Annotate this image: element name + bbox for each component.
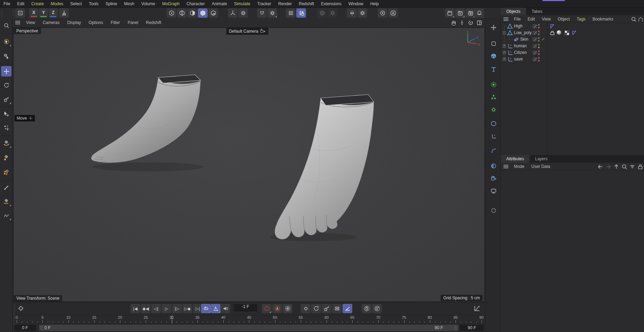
toolbar-grip[interactable] bbox=[13, 9, 15, 17]
move-tool-button[interactable] bbox=[488, 22, 499, 33]
viewport-menu-options[interactable]: Options bbox=[85, 20, 107, 25]
tag-checker-icon[interactable] bbox=[564, 30, 570, 36]
keyframe-settings-button[interactable] bbox=[283, 304, 292, 313]
autokey-button[interactable] bbox=[272, 304, 282, 313]
editor-visibility-dot[interactable] bbox=[538, 37, 540, 39]
menu-item-spline[interactable]: Spline bbox=[102, 0, 120, 8]
frame-object-button[interactable] bbox=[488, 38, 499, 49]
quantize-button[interactable] bbox=[286, 8, 296, 18]
editor-visibility-dot[interactable] bbox=[538, 31, 540, 32]
key-scale-button[interactable] bbox=[322, 304, 331, 313]
back-arrow-icon[interactable] bbox=[597, 164, 603, 170]
key-icon[interactable] bbox=[17, 305, 24, 312]
axis-tool-button[interactable] bbox=[228, 8, 238, 18]
render-visibility-dot[interactable] bbox=[538, 60, 540, 62]
snap-tool-button[interactable] bbox=[257, 8, 267, 18]
layer-toggle[interactable] bbox=[533, 57, 537, 61]
attributes-menu-user-data[interactable]: User Data bbox=[528, 164, 554, 169]
tab-layers[interactable]: Layers bbox=[530, 155, 553, 163]
objects-menu-icon[interactable] bbox=[504, 17, 508, 21]
viewport-menu-redshift[interactable]: Redshift bbox=[142, 20, 165, 25]
tweak-selection-tool[interactable] bbox=[1, 51, 11, 61]
play-forward-button[interactable]: ▷ bbox=[162, 304, 171, 313]
camera-object-button[interactable] bbox=[488, 173, 499, 184]
points-mode-button[interactable] bbox=[167, 8, 176, 18]
simulation-settings-button[interactable] bbox=[488, 104, 499, 115]
previous-frame-button[interactable]: ◁| bbox=[151, 304, 161, 313]
render-visibility-dot[interactable] bbox=[538, 33, 540, 35]
rotate-tool[interactable] bbox=[1, 80, 11, 90]
tree-row-low-poly[interactable]: −Low_poly bbox=[501, 30, 644, 36]
range-end-field[interactable]: 90 F bbox=[460, 325, 484, 331]
menu-item-character[interactable]: Character bbox=[183, 0, 208, 8]
viewport-menu-display[interactable]: Display bbox=[63, 20, 84, 25]
layer-toggle[interactable] bbox=[533, 44, 537, 48]
quantize-lock-button[interactable] bbox=[296, 8, 306, 18]
tab-attributes[interactable]: Attributes bbox=[501, 155, 530, 163]
menu-item-render[interactable]: Render bbox=[275, 0, 295, 8]
menu-item-file[interactable]: File bbox=[0, 0, 14, 8]
tag-material-icon[interactable] bbox=[557, 30, 561, 36]
next-frame-button[interactable]: |▷ bbox=[172, 304, 182, 313]
snap-settings-button[interactable] bbox=[267, 8, 277, 18]
goto-start-button[interactable]: |◀ bbox=[130, 304, 140, 313]
range-grip-left[interactable] bbox=[40, 326, 43, 330]
menu-item-mograph[interactable]: MoGraph bbox=[159, 0, 183, 8]
tag-phong-icon[interactable] bbox=[549, 23, 555, 29]
render-settings-button[interactable] bbox=[466, 8, 475, 18]
viewport-menu-panel[interactable]: Panel bbox=[124, 20, 142, 25]
menu-item-tracker[interactable]: Tracker bbox=[254, 0, 275, 8]
up-arrow-icon[interactable] bbox=[613, 164, 619, 170]
axis-lock-z[interactable]: Z bbox=[49, 8, 58, 18]
mouse-move-record-button[interactable] bbox=[372, 304, 382, 313]
objects-menu-view[interactable]: View bbox=[538, 17, 554, 22]
modeling-settings-button[interactable] bbox=[328, 8, 337, 18]
null-object-button[interactable] bbox=[488, 131, 499, 141]
menu-item-help[interactable]: Help bbox=[367, 0, 383, 8]
render-view-button[interactable] bbox=[445, 8, 454, 18]
view-label[interactable]: Perspective bbox=[14, 28, 41, 34]
range-grip-right[interactable] bbox=[454, 326, 457, 330]
layer-toggle[interactable] bbox=[533, 31, 537, 35]
viewport-menu-view[interactable]: View bbox=[22, 20, 39, 25]
viewport-menu-icon[interactable] bbox=[15, 21, 20, 24]
view-target-button[interactable] bbox=[378, 8, 387, 18]
display-settings-button[interactable] bbox=[488, 186, 499, 196]
range-start-field[interactable]: 0 F bbox=[14, 325, 36, 331]
foot-model-high-poly[interactable] bbox=[268, 92, 387, 243]
multi-pen-tool[interactable] bbox=[1, 167, 11, 177]
cube-object-button[interactable] bbox=[488, 51, 499, 61]
menu-item-select[interactable]: Select bbox=[67, 0, 85, 8]
current-frame-field[interactable]: -1 F bbox=[234, 304, 257, 311]
empty-slot-button[interactable] bbox=[488, 205, 499, 216]
timeline-curve-icon[interactable] bbox=[474, 305, 481, 312]
axis-settings-button[interactable] bbox=[238, 8, 248, 18]
soft-selection-move-tool[interactable] bbox=[1, 122, 11, 133]
play-mode-button[interactable] bbox=[211, 304, 220, 313]
filter-icon[interactable] bbox=[629, 164, 635, 170]
attributes-menu-icon[interactable] bbox=[504, 165, 508, 168]
timeline-ruler[interactable]: 051015202530354045505560657075808590 bbox=[13, 315, 485, 324]
editor-visibility-dot[interactable] bbox=[538, 50, 540, 52]
expand-icon[interactable]: + bbox=[503, 44, 506, 48]
key-parameters-button[interactable] bbox=[332, 304, 342, 313]
render-picture-viewer-button[interactable] bbox=[455, 8, 465, 18]
expand-icon[interactable]: + bbox=[503, 58, 506, 61]
menu-item-tools[interactable]: Tools bbox=[85, 0, 102, 8]
find-tool[interactable] bbox=[1, 20, 11, 31]
coordinate-system-button[interactable] bbox=[59, 8, 69, 18]
camera-selector[interactable]: Default Camera bbox=[226, 28, 268, 35]
enabled-check-icon[interactable]: ✓ bbox=[541, 37, 545, 42]
axis-gizmo[interactable]: Y Z X bbox=[463, 31, 481, 47]
render-visibility-dot[interactable] bbox=[538, 53, 540, 55]
objects-menu-file[interactable]: File bbox=[510, 17, 524, 22]
tree-row-save[interactable]: +save bbox=[501, 56, 644, 63]
previous-key-button[interactable]: ◆◀ bbox=[141, 304, 151, 313]
text-object-button[interactable] bbox=[488, 64, 499, 74]
menu-item-extensions[interactable]: Extensions bbox=[317, 0, 345, 8]
tree-row-skin[interactable]: Skin✓ bbox=[501, 36, 644, 43]
model-mode-button[interactable] bbox=[198, 8, 208, 18]
transform-tool-button[interactable] bbox=[488, 145, 499, 156]
polygons-mode-button[interactable] bbox=[187, 8, 197, 18]
objects-menu-tags[interactable]: Tags bbox=[573, 17, 589, 22]
